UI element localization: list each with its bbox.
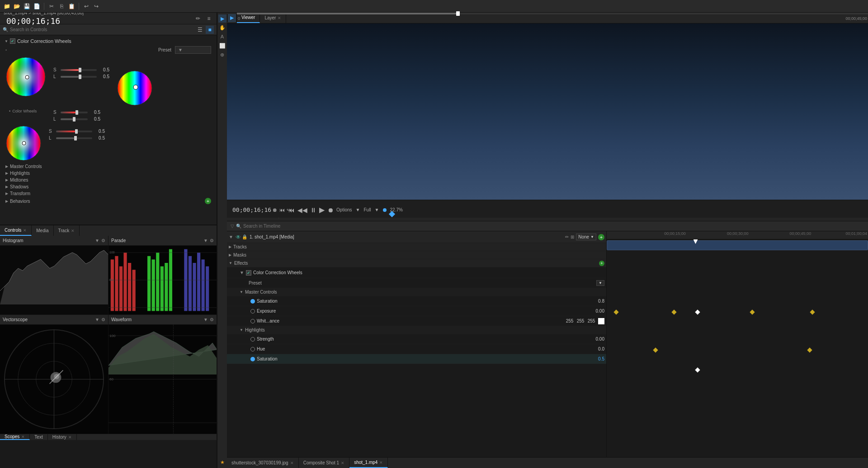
tl-expand-media[interactable]: ▼ [229,234,233,239]
side-transform-icon[interactable]: ⊕ [218,51,226,59]
tab-shot[interactable]: shot_1.mp4 ✕ [349,458,388,468]
controls-blue-icon[interactable]: ■ [206,26,214,34]
timeline-search-input[interactable] [243,224,334,229]
sat-kf-3[interactable] [695,309,700,314]
tab-media[interactable]: Media [32,225,53,236]
highlights-tl[interactable]: ▼ Highlights [227,326,606,334]
cc-tl-checkbox[interactable]: ✓ [246,270,251,276]
btn-play-prev[interactable]: ⏮ [279,207,285,213]
controls-edit-icon[interactable]: ✏ [194,14,202,23]
media-pencil[interactable]: ✏ [565,234,569,239]
sat-kf-2[interactable] [671,309,676,314]
media-add-btn[interactable]: + [598,234,604,240]
masks-section[interactable]: ▶ Masks [227,251,606,259]
sat-hl-kf-1[interactable] [695,367,700,372]
waveform-dropdown-icon[interactable]: ▼ [203,317,208,322]
transform-collapse[interactable]: ▶ Transform [2,190,215,197]
parade-dropdown-icon[interactable]: ▼ [203,238,208,243]
save-icon[interactable]: 💾 [23,2,31,10]
tab-history[interactable]: History ✕ [48,434,77,440]
strength-anim-icon[interactable] [250,337,255,342]
options-label[interactable]: Options [336,207,352,212]
slider-l2-track[interactable] [61,118,88,120]
redo-icon[interactable]: ↪ [92,2,100,10]
slider-s1-track[interactable] [61,69,97,71]
tab-controls[interactable]: Controls ✕ [0,225,32,236]
tab-track[interactable]: Track ✕ [54,225,80,236]
folder-icon[interactable]: 📂 [13,2,21,10]
histogram-dropdown-icon[interactable]: ▼ [95,238,99,243]
tab-track-close[interactable]: ✕ [71,229,75,233]
master-controls-tl[interactable]: ▼ Master Controls [227,288,606,296]
media-lock-icon[interactable]: 🔒 [241,234,248,240]
tab-scopes[interactable]: Scopes ✕ [0,434,30,440]
shadows-collapse[interactable]: ▶ Shadows [2,183,215,190]
side-shapes-icon[interactable]: ⬜ [218,42,226,50]
side-text-icon[interactable]: A [218,33,226,41]
slider-s2-track[interactable] [61,112,88,113]
cc-expand[interactable]: ▼ [240,270,244,275]
sat-kf-1[interactable] [614,309,619,314]
btn-stop[interactable]: ⏺ [327,206,334,214]
strength-kf-1[interactable] [653,347,658,352]
effects-section[interactable]: ▼ Effects + [227,259,606,267]
strength-kf-2[interactable] [807,347,812,352]
list-icon[interactable]: ☰ [196,26,204,34]
sat-kf-5[interactable] [810,309,815,314]
vectorscope-dropdown-icon[interactable]: ▼ [95,317,99,322]
wb-color-swatch[interactable] [598,318,604,324]
side-star-icon[interactable]: ★ [218,458,226,466]
parade-settings-icon[interactable]: ⚙ [210,238,214,243]
tab-scopes-close[interactable]: ✕ [21,435,25,439]
tab-text[interactable]: Text [30,434,47,440]
btn-play-back[interactable]: ◀◀ [297,206,307,214]
exposure-anim-icon[interactable] [250,309,255,314]
tab-history-close[interactable]: ✕ [68,435,72,440]
vectorscope-settings-icon[interactable]: ⚙ [101,317,105,322]
preset-dropdown[interactable]: ▼ [175,46,211,54]
side-pointer-icon[interactable]: ▶ [218,14,226,23]
tab-shot-close[interactable]: ✕ [379,460,383,465]
media-grid[interactable]: ⊞ [571,234,574,239]
midtones-collapse[interactable]: ▶ Midtones [2,177,215,183]
cut-icon[interactable]: ✂ [47,2,56,10]
undo-icon[interactable]: ↩ [82,2,90,10]
saturation-anim-icon[interactable] [250,299,255,304]
waveform-settings-icon[interactable]: ⚙ [210,317,214,322]
slider-l3-track[interactable] [56,137,92,139]
slider-s3-track[interactable] [56,131,92,132]
effects-add-btn[interactable]: + [599,261,604,266]
paste-icon[interactable]: 📋 [67,2,75,10]
color-correction-header[interactable]: ▼ ✓ Color Correction Wheels [2,37,215,45]
cc-checkbox[interactable]: ✓ [10,38,15,44]
wb-anim-icon[interactable] [250,319,255,323]
none-dropdown[interactable]: None ▼ [576,234,596,240]
hue-anim-icon[interactable] [250,347,255,351]
btn-play[interactable]: ▶ [319,206,325,214]
histogram-settings-icon[interactable]: ⚙ [101,238,105,243]
master-controls-collapse[interactable]: ▶ Master Controls [2,163,215,170]
sat-hl-anim-icon[interactable] [250,357,255,361]
btn-record[interactable]: ⏺ [272,207,278,213]
behaviors-add-btn[interactable]: + [205,198,211,204]
controls-search-input[interactable] [10,27,100,32]
highlights-collapse[interactable]: ▶ Highlights [2,170,215,177]
behaviors-collapse[interactable]: ▶ Behaviors + [2,197,215,205]
tab-controls-close[interactable]: ✕ [23,228,27,233]
side-hand-icon[interactable]: ✋ [218,23,226,32]
tab-layer-close[interactable]: ✕ [278,16,281,20]
controls-menu-icon[interactable]: ≡ [205,14,213,23]
save-as-icon[interactable]: 📄 [33,2,41,10]
full-label[interactable]: Full [363,207,371,212]
tracks-section[interactable]: ▶ Tracks [227,243,606,251]
tab-composite[interactable]: Composite Shot 1 ✕ [299,458,350,468]
sat-kf-4[interactable] [750,309,755,314]
tab-shutterstock[interactable]: shutterstock_307030199.jpg ✕ [227,458,299,468]
btn-step-back[interactable]: ⏸ [310,206,316,214]
btn-go-start[interactable]: ⏮ [288,206,295,214]
tab-shutterstock-close[interactable]: ✕ [290,461,294,465]
media-eye-icon[interactable]: 👁 [235,234,241,240]
preset-tl-dropdown[interactable]: ▼ [596,280,604,286]
open-folder-icon[interactable]: 📁 [3,2,11,10]
tab-composite-close[interactable]: ✕ [341,461,344,465]
